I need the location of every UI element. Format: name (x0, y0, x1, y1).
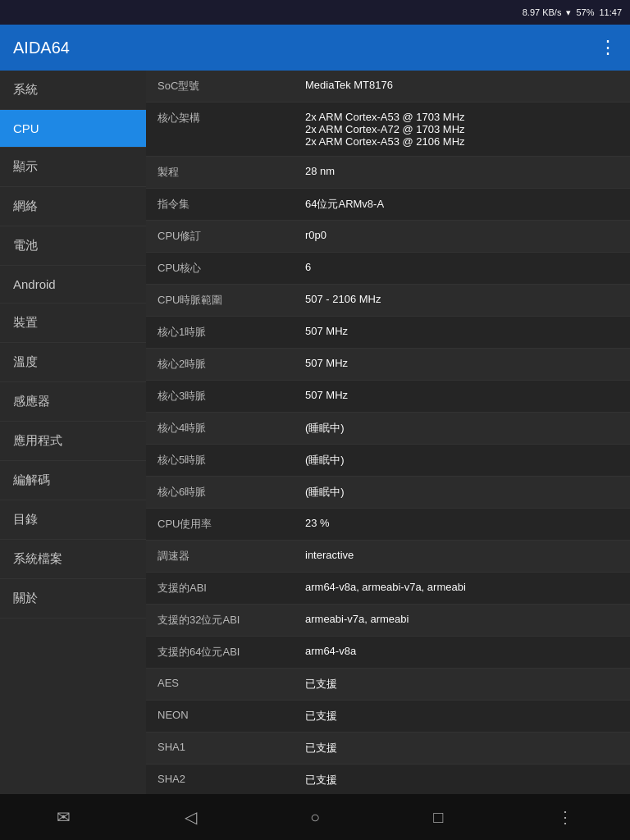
row-value: arm64-v8a (294, 637, 630, 669)
row-label: 調速器 (146, 541, 294, 573)
row-value: 已支援 (294, 701, 630, 733)
row-label: 指令集 (146, 189, 294, 221)
row-value: 507 MHz (294, 317, 630, 349)
content-area: SoC型號MediaTek MT8176核心架構2x ARM Cortex-A5… (146, 71, 630, 794)
sidebar-item-cpu[interactable]: CPU (0, 110, 146, 148)
cpu-info-table: SoC型號MediaTek MT8176核心架構2x ARM Cortex-A5… (146, 71, 630, 794)
row-label: 核心4時脈 (146, 413, 294, 445)
sidebar-item-display[interactable]: 顯示 (0, 148, 146, 187)
table-row: CPU時脈範圍507 - 2106 MHz (146, 285, 630, 317)
row-label: NEON (146, 701, 294, 733)
table-row: 支援的64位元ABIarm64-v8a (146, 637, 630, 669)
table-row: 指令集64位元ARMv8-A (146, 189, 630, 221)
row-label: CPU使用率 (146, 509, 294, 541)
sidebar-item-about[interactable]: 關於 (0, 579, 146, 619)
status-bar: 8.97 KB/s ▾ 57% 11:47 (0, 0, 630, 25)
row-value: armeabi-v7a, armeabi (294, 605, 630, 637)
row-value: (睡眠中) (294, 413, 630, 445)
recents-button[interactable]: □ (417, 801, 459, 833)
overflow-menu-button[interactable]: ⋮ (599, 37, 617, 58)
table-row: 支援的ABIarm64-v8a, armeabi-v7a, armeabi (146, 573, 630, 605)
app-title: AIDA64 (13, 39, 70, 57)
row-value: 2x ARM Cortex-A53 @ 1703 MHz2x ARM Corte… (294, 103, 630, 157)
row-label: CPU核心 (146, 253, 294, 285)
sidebar-item-android[interactable]: Android (0, 266, 146, 304)
row-label: 支援的32位元ABI (146, 605, 294, 637)
sidebar-item-sysfiles[interactable]: 系統檔案 (0, 540, 146, 579)
email-nav-button[interactable]: ✉ (40, 801, 87, 833)
table-row: 核心1時脈507 MHz (146, 317, 630, 349)
back-button[interactable]: ◁ (168, 801, 213, 833)
row-value: 已支援 (294, 669, 630, 701)
table-row: AES已支援 (146, 669, 630, 701)
row-value: r0p0 (294, 221, 630, 253)
row-label: 製程 (146, 157, 294, 189)
table-row: CPU使用率23 % (146, 509, 630, 541)
row-label: SHA2 (146, 765, 294, 795)
row-label: SHA1 (146, 733, 294, 765)
row-label: SoC型號 (146, 71, 294, 103)
sidebar-item-codec[interactable]: 編解碼 (0, 461, 146, 500)
table-row: CPU核心6 (146, 253, 630, 285)
row-label: 支援的64位元ABI (146, 637, 294, 669)
row-value: 64位元ARMv8-A (294, 189, 630, 221)
table-row: 核心4時脈(睡眠中) (146, 413, 630, 445)
table-row: 核心2時脈507 MHz (146, 349, 630, 381)
row-value: interactive (294, 541, 630, 573)
sidebar-item-directory[interactable]: 目錄 (0, 500, 146, 540)
sidebar: 系統CPU顯示網絡電池Android裝置溫度感應器應用程式編解碼目錄系統檔案關於 (0, 71, 146, 794)
sidebar-item-network[interactable]: 網絡 (0, 187, 146, 226)
row-value: 23 % (294, 509, 630, 541)
table-row: CPU修訂r0p0 (146, 221, 630, 253)
row-label: 核心架構 (146, 103, 294, 157)
table-row: SoC型號MediaTek MT8176 (146, 71, 630, 103)
row-value: 507 - 2106 MHz (294, 285, 630, 317)
table-row: 核心5時脈(睡眠中) (146, 445, 630, 477)
table-row: SHA1已支援 (146, 733, 630, 765)
row-value: 已支援 (294, 733, 630, 765)
row-value: 6 (294, 253, 630, 285)
row-label: 核心1時脈 (146, 317, 294, 349)
table-row: 核心3時脈507 MHz (146, 381, 630, 413)
home-button[interactable]: ○ (294, 801, 336, 833)
row-value: 507 MHz (294, 349, 630, 381)
row-value: (睡眠中) (294, 477, 630, 509)
row-value: (睡眠中) (294, 445, 630, 477)
row-value: 28 nm (294, 157, 630, 189)
nav-bar: ✉ ◁ ○ □ ⋮ (0, 794, 630, 840)
row-label: 核心2時脈 (146, 349, 294, 381)
table-row: NEON已支援 (146, 701, 630, 733)
nav-more-button[interactable]: ⋮ (541, 801, 590, 833)
row-value: arm64-v8a, armeabi-v7a, armeabi (294, 573, 630, 605)
row-label: 核心6時脈 (146, 477, 294, 509)
table-row: 調速器interactive (146, 541, 630, 573)
row-label: 核心5時脈 (146, 445, 294, 477)
table-row: SHA2已支援 (146, 765, 630, 795)
app-bar: AIDA64 ⋮ (0, 25, 630, 71)
row-label: CPU時脈範圍 (146, 285, 294, 317)
sidebar-item-device[interactable]: 裝置 (0, 304, 146, 343)
row-label: 核心3時脈 (146, 381, 294, 413)
table-row: 支援的32位元ABIarmeabi-v7a, armeabi (146, 605, 630, 637)
row-label: AES (146, 669, 294, 701)
row-value: 已支援 (294, 765, 630, 795)
table-row: 核心6時脈(睡眠中) (146, 477, 630, 509)
sidebar-item-battery[interactable]: 電池 (0, 226, 146, 266)
row-label: 支援的ABI (146, 573, 294, 605)
row-value: MediaTek MT8176 (294, 71, 630, 103)
wifi-icon: ▾ (566, 7, 571, 18)
main-content: 系統CPU顯示網絡電池Android裝置溫度感應器應用程式編解碼目錄系統檔案關於… (0, 71, 630, 794)
speed-indicator: 8.97 KB/s (523, 7, 562, 17)
sidebar-item-apps[interactable]: 應用程式 (0, 422, 146, 461)
sidebar-item-system[interactable]: 系統 (0, 71, 146, 110)
row-value: 507 MHz (294, 381, 630, 413)
sidebar-item-temperature[interactable]: 溫度 (0, 343, 146, 382)
time-display: 11:47 (599, 7, 622, 17)
battery-indicator: 57% (576, 7, 594, 17)
table-row: 製程28 nm (146, 157, 630, 189)
row-label: CPU修訂 (146, 221, 294, 253)
table-row: 核心架構2x ARM Cortex-A53 @ 1703 MHz2x ARM C… (146, 103, 630, 157)
sidebar-item-sensors[interactable]: 感應器 (0, 382, 146, 422)
